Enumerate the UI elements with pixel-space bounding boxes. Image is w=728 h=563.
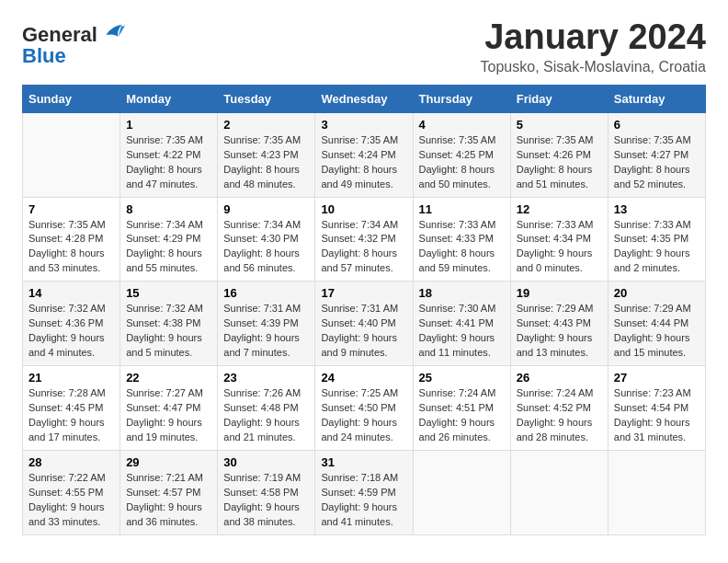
day-info: Sunrise: 7:30 AMSunset: 4:41 PMDaylight:… [419, 302, 505, 361]
day-info: Sunrise: 7:31 AMSunset: 4:40 PMDaylight:… [321, 302, 406, 361]
calendar-cell: 15Sunrise: 7:32 AMSunset: 4:38 PMDayligh… [120, 282, 218, 366]
day-info: Sunrise: 7:26 AMSunset: 4:48 PMDaylight:… [223, 386, 309, 445]
week-row-2: 7Sunrise: 7:35 AMSunset: 4:28 PMDaylight… [23, 197, 706, 282]
day-info: Sunrise: 7:19 AMSunset: 4:58 PMDaylight:… [223, 471, 309, 530]
calendar-cell: 23Sunrise: 7:26 AMSunset: 4:48 PMDayligh… [218, 366, 315, 451]
day-number: 9 [223, 202, 309, 216]
main-title: January 2024 [481, 18, 706, 57]
day-info: Sunrise: 7:29 AMSunset: 4:43 PMDaylight:… [517, 302, 602, 361]
day-number: 14 [28, 286, 114, 300]
day-number: 8 [126, 202, 211, 216]
calendar-cell: 26Sunrise: 7:24 AMSunset: 4:52 PMDayligh… [510, 366, 608, 451]
header-monday: Monday [120, 85, 218, 112]
week-row-4: 21Sunrise: 7:28 AMSunset: 4:45 PMDayligh… [23, 366, 706, 451]
header-sunday: Sunday [23, 85, 120, 112]
day-number: 18 [419, 286, 505, 300]
day-info: Sunrise: 7:32 AMSunset: 4:38 PMDaylight:… [126, 302, 211, 361]
calendar-cell: 25Sunrise: 7:24 AMSunset: 4:51 PMDayligh… [413, 366, 510, 451]
day-info: Sunrise: 7:32 AMSunset: 4:36 PMDaylight:… [28, 302, 114, 361]
day-number: 22 [126, 371, 211, 385]
day-info: Sunrise: 7:24 AMSunset: 4:52 PMDaylight:… [517, 386, 602, 445]
day-number: 16 [223, 286, 309, 300]
calendar-cell: 24Sunrise: 7:25 AMSunset: 4:50 PMDayligh… [315, 366, 413, 451]
day-info: Sunrise: 7:35 AMSunset: 4:27 PMDaylight:… [614, 133, 700, 192]
day-number: 1 [126, 118, 211, 132]
calendar-cell: 11Sunrise: 7:33 AMSunset: 4:33 PMDayligh… [413, 197, 510, 282]
week-row-5: 28Sunrise: 7:22 AMSunset: 4:55 PMDayligh… [23, 450, 706, 534]
calendar-cell: 22Sunrise: 7:27 AMSunset: 4:47 PMDayligh… [120, 366, 218, 451]
calendar-table: SundayMondayTuesdayWednesdayThursdayFrid… [22, 85, 706, 535]
day-info: Sunrise: 7:25 AMSunset: 4:50 PMDaylight:… [321, 386, 406, 445]
week-row-1: 1Sunrise: 7:35 AMSunset: 4:22 PMDaylight… [23, 112, 706, 197]
calendar-cell: 9Sunrise: 7:34 AMSunset: 4:30 PMDaylight… [218, 197, 315, 282]
header-tuesday: Tuesday [218, 85, 315, 112]
calendar-cell: 10Sunrise: 7:34 AMSunset: 4:32 PMDayligh… [315, 197, 413, 282]
calendar-cell: 17Sunrise: 7:31 AMSunset: 4:40 PMDayligh… [315, 282, 413, 366]
day-info: Sunrise: 7:29 AMSunset: 4:44 PMDaylight:… [614, 302, 700, 361]
title-area: January 2024 Topusko, Sisak-Moslavina, C… [481, 18, 706, 75]
calendar-cell: 1Sunrise: 7:35 AMSunset: 4:22 PMDaylight… [120, 112, 218, 197]
day-info: Sunrise: 7:21 AMSunset: 4:57 PMDaylight:… [126, 471, 211, 530]
day-info: Sunrise: 7:35 AMSunset: 4:26 PMDaylight:… [517, 133, 602, 192]
calendar-cell [608, 450, 705, 534]
calendar-header-row: SundayMondayTuesdayWednesdayThursdayFrid… [23, 85, 706, 112]
logo-bird-icon [99, 22, 125, 48]
calendar-cell: 4Sunrise: 7:35 AMSunset: 4:25 PMDaylight… [413, 112, 510, 197]
day-info: Sunrise: 7:35 AMSunset: 4:23 PMDaylight:… [223, 133, 309, 192]
day-number: 23 [223, 371, 309, 385]
calendar-cell: 13Sunrise: 7:33 AMSunset: 4:35 PMDayligh… [608, 197, 705, 282]
header-wednesday: Wednesday [315, 85, 413, 112]
calendar-cell: 28Sunrise: 7:22 AMSunset: 4:55 PMDayligh… [23, 450, 120, 534]
day-number: 20 [614, 286, 700, 300]
calendar-cell: 6Sunrise: 7:35 AMSunset: 4:27 PMDaylight… [608, 112, 705, 197]
day-info: Sunrise: 7:23 AMSunset: 4:54 PMDaylight:… [614, 386, 700, 445]
calendar-cell [413, 450, 510, 534]
day-number: 6 [614, 118, 700, 132]
header-friday: Friday [510, 85, 608, 112]
day-info: Sunrise: 7:34 AMSunset: 4:29 PMDaylight:… [126, 218, 211, 277]
calendar-cell [23, 112, 120, 197]
day-number: 5 [517, 118, 602, 132]
calendar-cell: 8Sunrise: 7:34 AMSunset: 4:29 PMDaylight… [120, 197, 218, 282]
day-info: Sunrise: 7:35 AMSunset: 4:28 PMDaylight:… [28, 218, 114, 277]
day-number: 26 [517, 371, 602, 385]
day-number: 29 [126, 455, 211, 469]
calendar-cell: 27Sunrise: 7:23 AMSunset: 4:54 PMDayligh… [608, 366, 705, 451]
day-info: Sunrise: 7:24 AMSunset: 4:51 PMDaylight:… [419, 386, 505, 445]
day-info: Sunrise: 7:22 AMSunset: 4:55 PMDaylight:… [28, 471, 114, 530]
day-info: Sunrise: 7:34 AMSunset: 4:30 PMDaylight:… [223, 218, 309, 277]
day-number: 27 [614, 371, 700, 385]
day-number: 17 [321, 286, 406, 300]
day-number: 10 [321, 202, 406, 216]
day-info: Sunrise: 7:31 AMSunset: 4:39 PMDaylight:… [223, 302, 309, 361]
logo: General Blue [22, 22, 125, 68]
calendar-cell [510, 450, 608, 534]
subtitle: Topusko, Sisak-Moslavina, Croatia [481, 59, 706, 75]
calendar-cell: 16Sunrise: 7:31 AMSunset: 4:39 PMDayligh… [218, 282, 315, 366]
day-number: 31 [321, 455, 406, 469]
day-info: Sunrise: 7:28 AMSunset: 4:45 PMDaylight:… [28, 386, 114, 445]
day-number: 24 [321, 371, 406, 385]
day-info: Sunrise: 7:18 AMSunset: 4:59 PMDaylight:… [321, 471, 406, 530]
day-number: 7 [28, 202, 114, 216]
day-number: 12 [517, 202, 602, 216]
calendar-cell: 12Sunrise: 7:33 AMSunset: 4:34 PMDayligh… [510, 197, 608, 282]
day-info: Sunrise: 7:33 AMSunset: 4:35 PMDaylight:… [614, 218, 700, 277]
day-info: Sunrise: 7:35 AMSunset: 4:22 PMDaylight:… [126, 133, 211, 192]
day-number: 30 [223, 455, 309, 469]
calendar-cell: 5Sunrise: 7:35 AMSunset: 4:26 PMDaylight… [510, 112, 608, 197]
day-number: 21 [28, 371, 114, 385]
day-number: 19 [517, 286, 602, 300]
day-info: Sunrise: 7:27 AMSunset: 4:47 PMDaylight:… [126, 386, 211, 445]
calendar-cell: 20Sunrise: 7:29 AMSunset: 4:44 PMDayligh… [608, 282, 705, 366]
day-number: 4 [419, 118, 505, 132]
day-info: Sunrise: 7:33 AMSunset: 4:33 PMDaylight:… [419, 218, 505, 277]
week-row-3: 14Sunrise: 7:32 AMSunset: 4:36 PMDayligh… [23, 282, 706, 366]
calendar-cell: 3Sunrise: 7:35 AMSunset: 4:24 PMDaylight… [315, 112, 413, 197]
day-number: 13 [614, 202, 700, 216]
calendar-cell: 18Sunrise: 7:30 AMSunset: 4:41 PMDayligh… [413, 282, 510, 366]
calendar-cell: 29Sunrise: 7:21 AMSunset: 4:57 PMDayligh… [120, 450, 218, 534]
day-info: Sunrise: 7:35 AMSunset: 4:25 PMDaylight:… [419, 133, 505, 192]
day-number: 11 [419, 202, 505, 216]
day-number: 15 [126, 286, 211, 300]
